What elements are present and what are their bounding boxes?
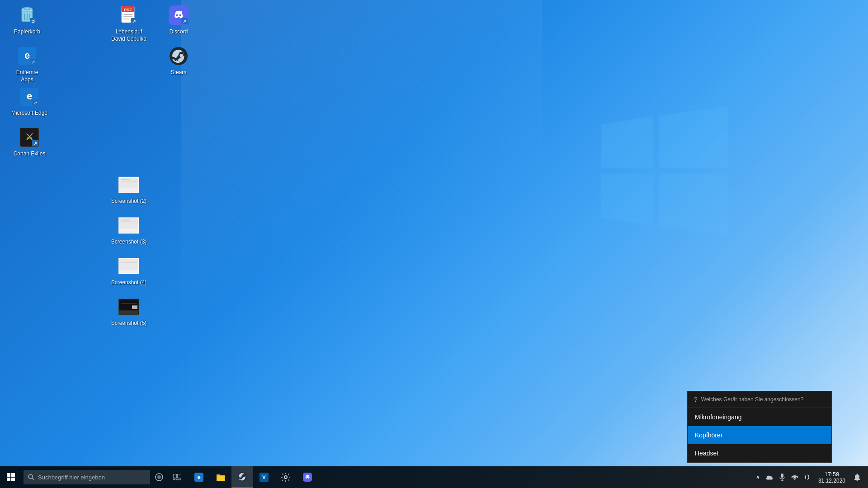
- svg-text:↺: ↺: [31, 19, 35, 24]
- screenshot4-icon: [118, 255, 140, 277]
- desktop-icon-lebenslauf[interactable]: PDF ↗ Lebenslauf David Cebulka: [108, 5, 149, 43]
- svg-text:↗: ↗: [33, 141, 37, 146]
- desktop: ↺ Papierkorb PDF ↗ Lebensla: [0, 0, 868, 488]
- svg-point-56: [28, 474, 33, 479]
- svg-rect-40: [119, 229, 138, 233]
- lebenslauf-label: Lebenslauf David Cebulka: [108, 28, 149, 43]
- screenshot5-icon: [118, 296, 140, 318]
- svg-rect-45: [119, 270, 138, 273]
- svg-rect-54: [7, 478, 10, 481]
- start-button[interactable]: [0, 466, 22, 488]
- edge-icon: e ↗: [19, 86, 40, 108]
- taskbar-edge[interactable]: e: [188, 466, 210, 488]
- system-tray: ∧: [753, 466, 868, 488]
- tray-icon-cloud[interactable]: [763, 466, 776, 488]
- svg-point-70: [284, 476, 287, 479]
- screenshot3-icon: [118, 215, 140, 236]
- svg-rect-60: [173, 474, 177, 478]
- svg-text:⚔: ⚔: [25, 132, 33, 142]
- discord-label: Discord: [168, 28, 189, 36]
- tray-icon-network[interactable]: [788, 466, 801, 488]
- desktop-icon-entfernte-apps[interactable]: e ↗ Entfernte Apps: [9, 45, 45, 84]
- desktop-icon-papierkorb[interactable]: ↺ Papierkorb: [9, 5, 45, 36]
- steam-icon: [168, 45, 189, 67]
- audio-item-mikrofoneingang[interactable]: Mikrofoneingang: [688, 408, 831, 426]
- svg-rect-63: [176, 479, 179, 480]
- search-placeholder: Suchbegriff hier eingeben: [38, 474, 105, 481]
- tray-icon-volume[interactable]: [801, 466, 814, 488]
- desktop-icon-screenshot3[interactable]: Screenshot (3): [108, 215, 149, 246]
- svg-rect-61: [178, 474, 181, 478]
- desktop-icon-conan[interactable]: ⚔ ↗ Conan Exiles: [9, 127, 50, 158]
- svg-rect-44: [119, 259, 138, 270]
- screenshot5-label: Screenshot (5): [110, 319, 148, 328]
- screenshot2-icon: [118, 174, 140, 196]
- svg-rect-51: [132, 305, 137, 309]
- papierkorb-label: Papierkorb: [13, 28, 42, 36]
- svg-rect-64: [179, 479, 181, 480]
- audio-item-headset[interactable]: Headset: [688, 444, 831, 462]
- entfernte-apps-icon: e ↗: [16, 45, 38, 67]
- svg-text:e: e: [24, 50, 30, 61]
- svg-text:e: e: [27, 90, 32, 102]
- svg-line-57: [32, 478, 34, 480]
- conan-label: Conan Exiles: [12, 150, 47, 158]
- screenshot3-label: Screenshot (3): [110, 238, 148, 246]
- svg-rect-6: [24, 7, 30, 9]
- svg-text:↗: ↗: [33, 100, 37, 105]
- svg-text:↗: ↗: [183, 19, 186, 24]
- taskbar: Suchbegriff hier eingeben: [0, 466, 868, 488]
- cortana-button[interactable]: [150, 466, 168, 488]
- tray-icons: [763, 466, 814, 488]
- audio-popup-header-text: Welches Gerät haben Sie angeschlossen?: [701, 396, 804, 403]
- steam-label: Steam: [170, 69, 188, 77]
- tray-show-hidden[interactable]: ∧: [753, 466, 763, 488]
- screenshot2-label: Screenshot (2): [110, 197, 148, 206]
- taskbar-explorer[interactable]: [210, 466, 231, 488]
- discord-icon: ↗: [168, 5, 189, 26]
- desktop-icon-screenshot4[interactable]: Screenshot (4): [108, 255, 149, 287]
- audio-popup-header: ? Welches Gerät haben Sie angeschlossen?: [688, 391, 831, 408]
- audio-popup-divider: [688, 462, 831, 463]
- lebenslauf-icon: PDF ↗: [118, 5, 140, 26]
- svg-text:↗: ↗: [31, 60, 35, 65]
- svg-point-59: [157, 475, 161, 479]
- desktop-icon-screenshot2[interactable]: Screenshot (2): [108, 174, 149, 206]
- conan-icon: ⚔ ↗: [19, 127, 40, 148]
- tray-icon-mic[interactable]: [776, 466, 788, 488]
- svg-rect-49: [119, 310, 138, 314]
- desktop-icon-steam[interactable]: Steam: [160, 45, 197, 77]
- svg-point-75: [794, 479, 795, 481]
- svg-rect-55: [11, 478, 15, 481]
- svg-rect-53: [11, 473, 15, 477]
- svg-rect-72: [781, 474, 783, 478]
- clock-date: 31.12.2020: [818, 478, 845, 484]
- question-icon: ?: [694, 396, 698, 403]
- taskbar-settings[interactable]: [275, 466, 297, 488]
- svg-text:↗: ↗: [132, 19, 136, 24]
- desktop-icon-edge[interactable]: e ↗ Microsoft Edge: [9, 86, 50, 117]
- system-clock[interactable]: 17:59 31.12.2020: [814, 466, 850, 488]
- svg-rect-62: [173, 479, 175, 480]
- edge-label: Microsoft Edge: [10, 109, 49, 117]
- notification-center[interactable]: [850, 466, 864, 488]
- taskbar-discord[interactable]: [297, 466, 318, 488]
- taskbar-app1[interactable]: V: [253, 466, 275, 488]
- svg-rect-52: [7, 473, 10, 477]
- audio-device-popup: ? Welches Gerät haben Sie angeschlossen?…: [687, 391, 832, 463]
- svg-rect-35: [119, 188, 138, 192]
- taskbar-pinned-apps: e V: [188, 466, 318, 488]
- screenshot4-label: Screenshot (4): [110, 279, 148, 287]
- svg-text:e: e: [197, 474, 200, 480]
- entfernte-apps-label: Entfernte Apps: [9, 69, 45, 84]
- desktop-icon-discord[interactable]: ↗ Discord: [160, 5, 197, 36]
- taskbar-search[interactable]: Suchbegriff hier eingeben: [24, 470, 150, 484]
- audio-item-kopfhoerer[interactable]: Kopfhörer: [688, 426, 831, 444]
- papierkorb-icon: ↺: [16, 5, 38, 26]
- desktop-icon-screenshot5[interactable]: Screenshot (5): [108, 296, 149, 328]
- svg-text:V: V: [262, 474, 266, 480]
- task-view-button[interactable]: [168, 466, 186, 488]
- clock-time: 17:59: [825, 471, 840, 478]
- svg-text:PDF: PDF: [124, 8, 132, 12]
- taskbar-steam[interactable]: [231, 466, 253, 488]
